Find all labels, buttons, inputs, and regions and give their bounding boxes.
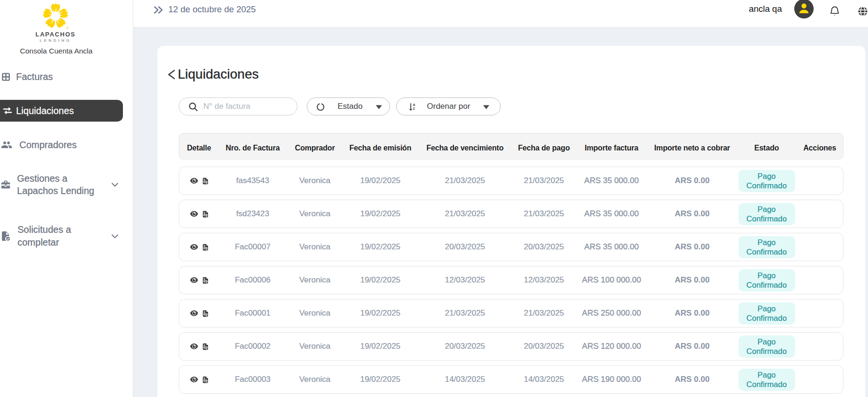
- svg-text:®: ®: [67, 26, 69, 30]
- svg-text:Z: Z: [413, 106, 415, 111]
